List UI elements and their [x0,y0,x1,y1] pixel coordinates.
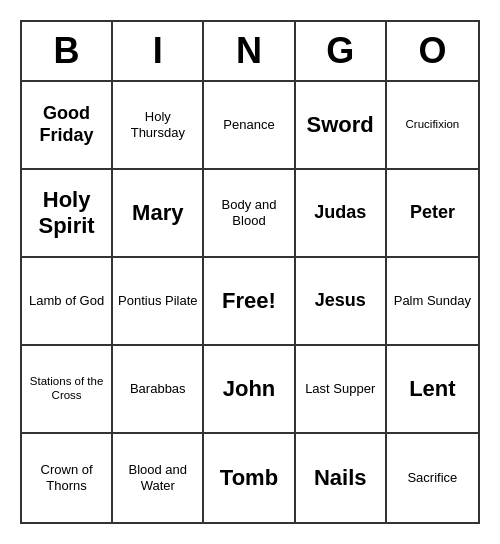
cell-text: Stations of the Cross [26,375,107,403]
bingo-cell: Crown of Thorns [22,434,113,522]
bingo-cell: Lent [387,346,478,434]
bingo-cell: John [204,346,295,434]
bingo-cell: Tomb [204,434,295,522]
cell-text: Crucifixion [406,118,460,132]
header-letter: B [22,22,113,80]
bingo-cell: Sacrifice [387,434,478,522]
bingo-header: BINGO [22,22,478,82]
cell-text: Body and Blood [208,197,289,228]
cell-text: Tomb [220,465,278,491]
bingo-cell: Free! [204,258,295,346]
bingo-card: BINGO Good FridayHoly ThursdayPenanceSwo… [20,20,480,524]
bingo-cell: Nails [296,434,387,522]
bingo-cell: Body and Blood [204,170,295,258]
bingo-cell: Palm Sunday [387,258,478,346]
header-letter: G [296,22,387,80]
header-letter: N [204,22,295,80]
bingo-cell: Stations of the Cross [22,346,113,434]
cell-text: Blood and Water [117,462,198,493]
cell-text: Sacrifice [407,470,457,486]
bingo-cell: Holy Spirit [22,170,113,258]
cell-text: Barabbas [130,381,186,397]
cell-text: Lent [409,376,455,402]
cell-text: Jesus [315,290,366,312]
cell-text: Lamb of God [29,293,104,309]
bingo-cell: Jesus [296,258,387,346]
bingo-grid: Good FridayHoly ThursdayPenanceSwordCruc… [22,82,478,522]
cell-text: Peter [410,202,455,224]
bingo-cell: Mary [113,170,204,258]
cell-text: Last Supper [305,381,375,397]
header-letter: O [387,22,478,80]
cell-text: Free! [222,288,276,314]
cell-text: Judas [314,202,366,224]
bingo-cell: Blood and Water [113,434,204,522]
bingo-cell: Pontius Pilate [113,258,204,346]
cell-text: Sword [307,112,374,138]
bingo-cell: Judas [296,170,387,258]
bingo-cell: Penance [204,82,295,170]
bingo-cell: Peter [387,170,478,258]
cell-text: Good Friday [26,103,107,146]
cell-text: Mary [132,200,183,226]
cell-text: Crown of Thorns [26,462,107,493]
bingo-cell: Lamb of God [22,258,113,346]
bingo-cell: Good Friday [22,82,113,170]
bingo-cell: Holy Thursday [113,82,204,170]
cell-text: Palm Sunday [394,293,471,309]
bingo-cell: Barabbas [113,346,204,434]
bingo-cell: Sword [296,82,387,170]
cell-text: Penance [223,117,274,133]
bingo-cell: Crucifixion [387,82,478,170]
cell-text: John [223,376,276,402]
cell-text: Nails [314,465,367,491]
bingo-cell: Last Supper [296,346,387,434]
header-letter: I [113,22,204,80]
cell-text: Holy Spirit [26,187,107,240]
cell-text: Pontius Pilate [118,293,198,309]
cell-text: Holy Thursday [117,109,198,140]
